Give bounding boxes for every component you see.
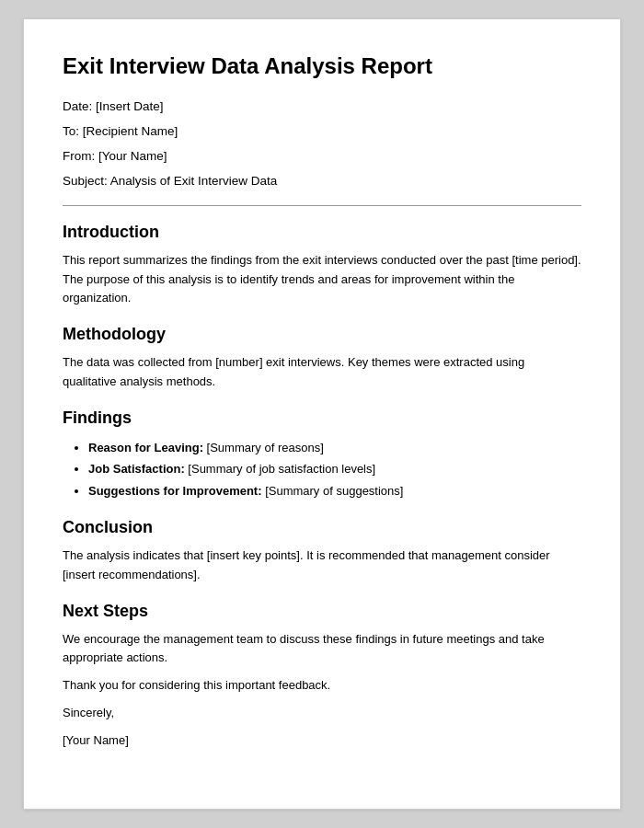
next-steps-body2: Thank you for considering this important…: [63, 675, 581, 696]
next-steps-body1: We encourage the management team to disc…: [63, 630, 581, 669]
findings-label-1: Reason for Leaving:: [88, 441, 203, 454]
findings-heading: Findings: [63, 408, 581, 428]
meta-date: Date: [Insert Date]: [63, 97, 581, 118]
findings-value-3: [Summary of suggestions]: [262, 484, 404, 498]
list-item: Job Satisfaction: [Summary of job satisf…: [88, 458, 581, 479]
findings-label-3: Suggestions for Improvement:: [88, 484, 262, 498]
findings-value-1: [Summary of reasons]: [203, 441, 324, 454]
findings-label-2: Job Satisfaction:: [88, 462, 185, 476]
report-title: Exit Interview Data Analysis Report: [63, 52, 581, 80]
methodology-body: The data was collected from [number] exi…: [63, 353, 581, 392]
conclusion-heading: Conclusion: [63, 518, 581, 537]
closing-name: [Your Name]: [63, 730, 581, 751]
closing-sincerely: Sincerely,: [63, 703, 581, 723]
conclusion-body: The analysis indicates that [insert key …: [63, 546, 581, 585]
findings-value-2: [Summary of job satisfaction levels]: [185, 462, 375, 476]
section-divider: [63, 205, 581, 206]
meta-to: To: [Recipient Name]: [63, 121, 581, 143]
document-container: Exit Interview Data Analysis Report Date…: [23, 18, 621, 810]
next-steps-heading: Next Steps: [63, 602, 581, 621]
list-item: Reason for Leaving: [Summary of reasons]: [88, 437, 581, 458]
findings-list: Reason for Leaving: [Summary of reasons]…: [63, 437, 581, 501]
methodology-heading: Methodology: [63, 325, 581, 344]
introduction-body: This report summarizes the findings from…: [63, 251, 581, 308]
meta-subject: Subject: Analysis of Exit Interview Data: [63, 171, 581, 192]
list-item: Suggestions for Improvement: [Summary of…: [88, 480, 581, 501]
introduction-heading: Introduction: [63, 223, 581, 242]
meta-from: From: [Your Name]: [63, 146, 581, 167]
